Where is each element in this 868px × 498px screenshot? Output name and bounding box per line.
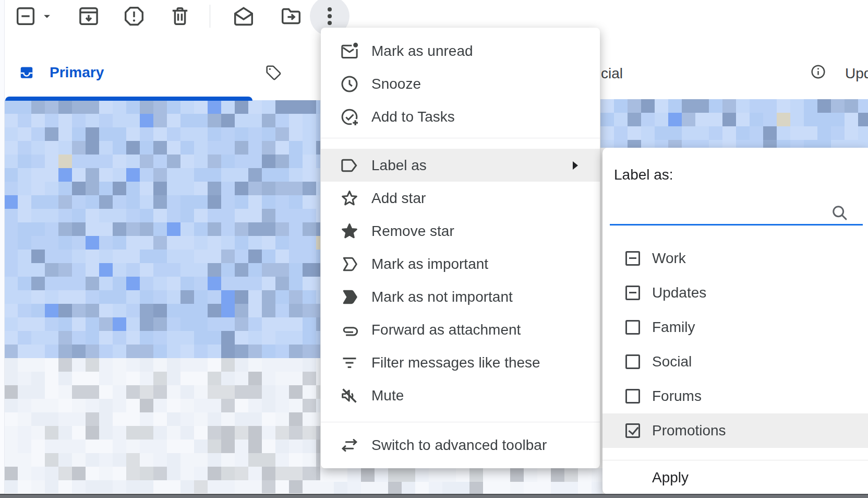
tab-updates-partial-label[interactable]: Upd [845,65,868,82]
label-option-text: Work [652,250,686,267]
menu-item-label: Mute [371,387,404,404]
apply-button[interactable]: Apply [602,460,868,494]
label-list: Work Updates Family Social Forums Promot… [602,241,868,448]
label-as-title: Label as: [614,167,673,183]
menu-item-label: Filter messages like these [371,354,540,371]
menu-item-add-to-tasks[interactable]: Add to Tasks [321,100,600,133]
menu-item-label: Snooze [371,76,421,92]
menu-item-label: Mark as important [371,256,488,272]
tab-social-partial-label[interactable]: cial [601,65,623,82]
more-options-icon[interactable] [318,4,342,28]
menu-item-mark-as-not-important[interactable]: Mark as not important [321,280,600,313]
menu-item-filter-messages[interactable]: Filter messages like these [321,346,600,379]
move-to-icon[interactable] [279,4,303,28]
more-options-context-menu: Mark as unread Snooze Add to Tasks [321,28,600,468]
menu-item-remove-star[interactable]: Remove star [321,215,600,247]
primary-tab-active-underline [5,97,252,101]
delete-icon[interactable] [168,4,192,28]
star-filled-icon [339,221,360,242]
menu-item-forward-as-attachment[interactable]: Forward as attachment [321,313,600,346]
label-option-promotions[interactable]: Promotions [602,413,868,448]
left-edge-gutter [0,0,5,494]
menu-item-snooze[interactable]: Snooze [321,67,600,100]
menu-item-label: Add star [371,190,426,207]
attachment-icon [339,319,360,340]
checkbox-checked-icon[interactable] [625,423,640,438]
label-option-social[interactable]: Social [602,345,868,379]
checkbox-indeterminate-icon[interactable] [625,251,640,266]
label-option-text: Promotions [652,422,726,439]
select-dropdown-caret-icon[interactable] [40,9,54,23]
label-option-updates[interactable]: Updates [602,276,868,310]
search-underline [610,224,863,226]
menu-divider [321,138,600,138]
menu-item-label: Switch to advanced toolbar [371,437,547,454]
select-checkbox[interactable] [14,4,38,28]
add-task-icon [339,106,360,127]
label-option-text: Forums [652,388,702,405]
menu-item-label: Forward as attachment [371,322,521,338]
important-filled-icon [339,287,360,307]
clock-icon [339,74,360,94]
info-icon[interactable] [810,63,827,80]
email-row-blurred-right [600,99,868,148]
label-option-family[interactable]: Family [602,310,868,345]
email-list-blurred-bottom [320,468,602,494]
label-option-text: Updates [652,284,706,301]
menu-divider [321,422,600,422]
label-option-work[interactable]: Work [602,241,868,276]
promotions-tab-tag-icon[interactable] [264,64,282,81]
report-spam-icon[interactable] [122,4,146,28]
menu-item-label-as[interactable]: Label as [321,149,600,182]
window-bottom-edge [0,494,868,498]
menu-item-mark-as-unread[interactable]: Mark as unread [321,34,600,67]
toolbar-divider [210,5,210,28]
menu-item-mute[interactable]: Mute [321,379,600,412]
label-search-input[interactable] [611,198,827,223]
submenu-arrow-icon [571,160,580,171]
tab-primary[interactable]: Primary [50,64,104,81]
important-outline-icon [339,254,360,275]
email-list-blurred [4,100,320,493]
mute-icon [339,385,360,406]
mark-as-read-icon[interactable] [232,4,256,28]
menu-item-add-star[interactable]: Add star [321,182,600,215]
label-as-submenu: Label as: Work Updates Family Social [602,148,868,494]
mark-unread-icon [339,41,360,62]
label-option-forums[interactable]: Forums [602,379,868,413]
menu-item-label: Mark as not important [371,289,513,305]
checkbox-empty-icon[interactable] [625,354,640,369]
menu-item-label: Remove star [371,223,454,240]
star-outline-icon [339,188,360,209]
archive-icon[interactable] [77,4,101,28]
label-icon [339,155,360,176]
label-option-text: Family [652,319,695,336]
label-option-text: Social [652,353,692,370]
menu-item-mark-as-important[interactable]: Mark as important [321,247,600,280]
menu-item-switch-advanced-toolbar[interactable]: Switch to advanced toolbar [321,429,600,461]
checkbox-empty-icon[interactable] [625,320,640,335]
filter-icon [339,352,360,373]
menu-item-label: Label as [371,157,427,174]
primary-tab-icon [19,65,34,80]
menu-item-label: Add to Tasks [371,109,455,125]
menu-item-label: Mark as unread [371,43,473,60]
search-icon[interactable] [830,203,849,222]
checkbox-empty-icon[interactable] [625,389,640,404]
gmail-window: Primary cial Upd Mark as unread Snooze [0,0,868,498]
swap-arrows-icon [339,435,360,456]
checkbox-indeterminate-icon[interactable] [625,286,640,300]
